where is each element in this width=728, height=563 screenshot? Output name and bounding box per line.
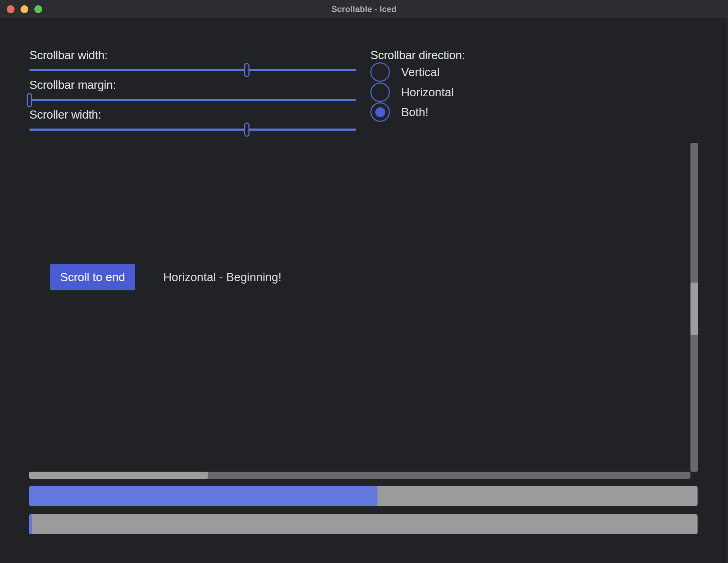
- vertical-scrollbar-thumb[interactable]: [690, 283, 698, 335]
- horizontal-progress-bar: [29, 486, 698, 506]
- scrollbar-width-label: Scrollbar width:: [29, 48, 108, 62]
- horizontal-scrollbar-track[interactable]: [29, 472, 690, 479]
- app-window: Scrollable - Iced Scrollbar width: Scrol…: [0, 0, 728, 563]
- radio-circle-icon[interactable]: [370, 83, 390, 102]
- title-bar: Scrollable - Iced: [0, 0, 728, 19]
- scrollbar-margin-slider[interactable]: [29, 99, 356, 101]
- radio-horizontal-label: Horizontal: [401, 83, 454, 102]
- scroll-status-text: Horizontal - Beginning!: [163, 264, 281, 290]
- scrollbar-direction-label: Scrollbar direction:: [370, 48, 465, 62]
- radio-dot-icon: [375, 107, 385, 117]
- vertical-progress-bar: [29, 514, 698, 534]
- scrollbar-width-slider[interactable]: [29, 69, 356, 71]
- radio-circle-icon[interactable]: [370, 102, 390, 122]
- window-right-edge: [724, 18, 728, 563]
- horizontal-progress-fill: [29, 486, 377, 506]
- horizontal-scrollbar-thumb[interactable]: [29, 472, 208, 479]
- scrollbar-width-slider-handle[interactable]: [244, 63, 249, 77]
- radio-vertical-label: Vertical: [401, 62, 439, 82]
- scrollbar-margin-label: Scrollbar margin:: [29, 78, 116, 92]
- scrollbar-margin-slider-handle[interactable]: [27, 93, 32, 107]
- vertical-scrollbar-track[interactable]: [690, 143, 698, 472]
- vertical-progress-fill: [29, 514, 32, 534]
- radio-circle-icon[interactable]: [370, 62, 390, 82]
- scroller-width-slider-handle[interactable]: [244, 123, 249, 137]
- scroller-width-slider[interactable]: [29, 129, 356, 131]
- scroll-to-end-button[interactable]: Scroll to end: [50, 264, 135, 290]
- radio-both-label: Both!: [401, 102, 428, 122]
- radio-horizontal[interactable]: Horizontal: [370, 83, 454, 102]
- radio-vertical[interactable]: Vertical: [370, 62, 439, 82]
- window-title: Scrollable - Iced: [0, 0, 728, 18]
- radio-both[interactable]: Both!: [370, 102, 428, 122]
- scroller-width-label: Scroller width:: [29, 108, 101, 122]
